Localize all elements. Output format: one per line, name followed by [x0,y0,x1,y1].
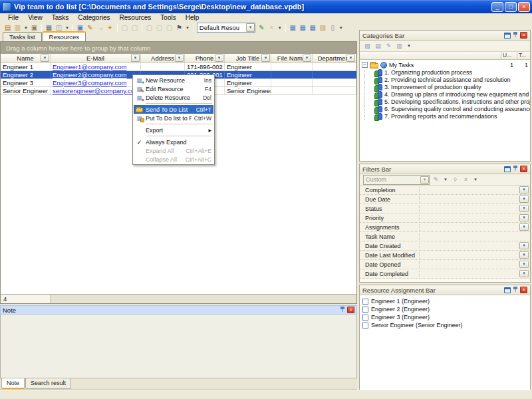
cell-job-title[interactable]: Engineer [225,63,271,70]
name-filter-arrow-icon[interactable]: ▼ [41,55,49,62]
list-item[interactable]: 6. Supervising quality control and condu… [360,105,530,112]
new-category-icon[interactable]: ▧ [363,42,372,51]
column-header-name[interactable]: Name▼ [1,54,51,63]
menu-tools[interactable]: Tools [156,14,180,21]
delete-category-icon[interactable]: ▥ [395,42,404,51]
cell-name[interactable]: Engineer 1 [1,63,51,70]
note-close-icon[interactable]: × [347,307,354,313]
paste-icon[interactable]: ▣ [29,23,39,33]
job-title-filter-arrow-icon[interactable]: ▼ [261,55,270,62]
categories-overflow-icon[interactable]: ▼ [407,44,411,48]
indent-icon[interactable]: ▢ [144,23,154,33]
table-row[interactable]: Engineer 1 Engineer1@company.com 171-896… [1,63,356,71]
date-opened-dropdown-icon[interactable]: ▼ [519,261,529,268]
collapse-expander-icon[interactable]: − [362,62,368,68]
clear-filter-icon[interactable]: × [462,176,470,184]
complete-icon[interactable]: ▢ [164,23,174,33]
status-dropdown-icon[interactable]: ▼ [519,205,529,212]
cell-file-name[interactable] [271,87,313,94]
open-dropdown-icon[interactable]: ▼ [24,26,28,30]
menu-categories[interactable]: Categories [74,14,114,21]
menu-help[interactable]: Help [182,14,203,21]
note-pin-icon[interactable] [340,306,345,314]
column-header-t[interactable]: T... [517,52,530,59]
list-item[interactable]: 7. Providing reports and recommendations [360,112,530,120]
assign-pencil-icon[interactable]: ✎ [257,23,267,33]
cell-email-link[interactable]: Engineer2@company.com [51,71,141,78]
tree-root-my-tasks[interactable]: − My Tasks 1 1 [360,61,530,68]
column-header-u[interactable]: U... [501,52,517,59]
recycle-icon[interactable]: ▯ [328,23,338,33]
email-filter-arrow-icon[interactable]: ▼ [131,55,140,62]
tab-search-result[interactable]: Search result [25,378,71,389]
list-item[interactable]: Engineer 1 (Engineer) [360,297,530,305]
combo-dropdown-icon[interactable]: ▼ [246,23,255,32]
cell-department[interactable] [313,71,356,78]
restore-button[interactable]: □ [505,2,517,12]
close-button[interactable]: × [518,2,530,12]
move-down-icon[interactable]: ▢ [130,23,140,33]
list-item[interactable]: 5. Developing specifications, instructio… [360,98,530,105]
edit-resource-tool-icon[interactable]: ✎ [85,23,95,33]
menu-item-delete-resource[interactable]: ▦ Delete Resource Del [134,93,213,102]
note-editor[interactable] [0,315,357,378]
resource-close-icon[interactable]: × [520,287,527,293]
list-item[interactable]: 2. Providing technical assistance and re… [360,76,530,83]
filters-overflow-icon[interactable]: ▼ [473,178,477,182]
menu-item-edit-resource[interactable]: ▦ Edit Resource F4 [134,84,213,93]
checkbox[interactable] [362,323,368,329]
categories-close-icon[interactable]: × [520,32,527,39]
menu-tasks[interactable]: Tasks [48,14,73,21]
column-header-job-title[interactable]: Job Title▼ [225,54,271,63]
categories-restore-icon[interactable] [504,33,511,39]
filter-dropdown-icon[interactable]: ▼ [186,26,190,30]
cell-department[interactable] [313,87,356,94]
menu-item-always-expand[interactable]: ✓ Always Expand [134,138,213,146]
default-resource-combo[interactable]: Default Resou ▼ [197,23,255,33]
file-name-filter-arrow-icon[interactable]: ▼ [303,55,311,62]
assign-overflow-icon[interactable]: ▼ [278,26,282,30]
column-header-department[interactable]: Department▼ [313,54,356,63]
menu-resources[interactable]: Resources [116,14,156,21]
filter-combo-dropdown-icon[interactable]: ▼ [420,176,429,184]
outdent-icon[interactable]: ▢ [154,23,164,33]
cell-name[interactable]: Senior Engineer [1,87,51,94]
cell-name[interactable]: Engineer 2 [1,71,51,78]
cell-department[interactable] [313,79,356,86]
cell-file-name[interactable] [271,79,313,86]
completion-dropdown-icon[interactable]: ▼ [519,186,529,194]
filters-pin-icon[interactable] [513,165,518,173]
list-item[interactable]: Senior Engineer (Senior Engineer) [360,321,530,329]
tab-note[interactable]: Note [1,378,25,389]
group-by-drop-zone[interactable]: Drag a column header here to group by th… [1,42,356,54]
checkbox[interactable] [362,307,368,313]
list-item[interactable]: 3. Improvement of production quality [360,83,530,90]
cell-email-link[interactable]: Engineer3@company.com [51,79,141,86]
column-header-phone[interactable]: Phone△▼ [185,54,225,63]
menu-item-send-to-do-list[interactable]: Send To Do List Ctrl+T [134,105,213,114]
menu-file[interactable]: File [4,14,23,21]
cell-file-name[interactable] [271,63,313,70]
move-up-icon[interactable]: ▢ [120,23,130,33]
key-icon[interactable]: ✦ [105,23,115,33]
cell-email-link[interactable]: Engineer1@company.com [51,63,141,70]
date-last-modified-dropdown-icon[interactable]: ▼ [519,251,529,259]
date-completed-dropdown-icon[interactable]: ▼ [519,270,529,277]
list-item[interactable]: 1. Organizing production process [360,68,530,76]
table-edit-icon[interactable]: ▦ [298,23,308,33]
list-item[interactable]: Engineer 3 (Engineer) [360,313,530,321]
resource-pin-icon[interactable] [513,286,518,294]
erase-filter-icon[interactable]: ◊ [451,176,460,184]
cell-name[interactable]: Engineer 3 [1,79,51,86]
list-item[interactable]: 4. Drawing up plans of introducing new e… [360,90,530,98]
apply-filter-dropdown-icon[interactable]: ▼ [444,178,448,182]
edit-category-icon[interactable]: ▤ [374,42,382,51]
filter-flag-icon[interactable]: ⚑ [174,23,184,33]
due-date-dropdown-icon[interactable]: ▼ [519,196,529,203]
cell-department[interactable] [313,63,356,70]
phone-filter-arrow-icon[interactable]: ▼ [215,55,223,62]
checkbox[interactable] [362,315,368,321]
table-add-icon[interactable]: ▦ [288,23,298,33]
table-delete-icon[interactable]: ▦ [308,23,318,33]
cell-phone[interactable]: 171-896-002 [185,63,225,70]
